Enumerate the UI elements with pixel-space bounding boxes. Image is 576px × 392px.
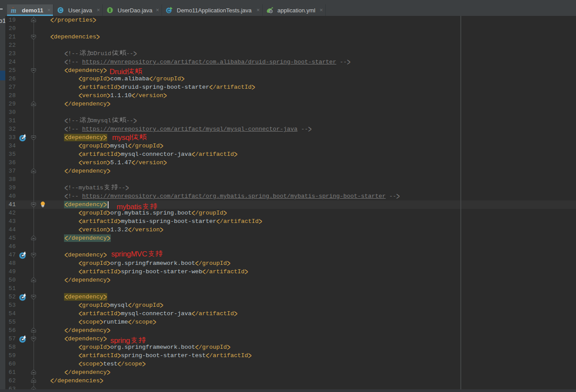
svg-text:C: C: [59, 8, 62, 13]
svg-text:m: m: [11, 7, 16, 14]
svg-text:C: C: [167, 8, 170, 13]
